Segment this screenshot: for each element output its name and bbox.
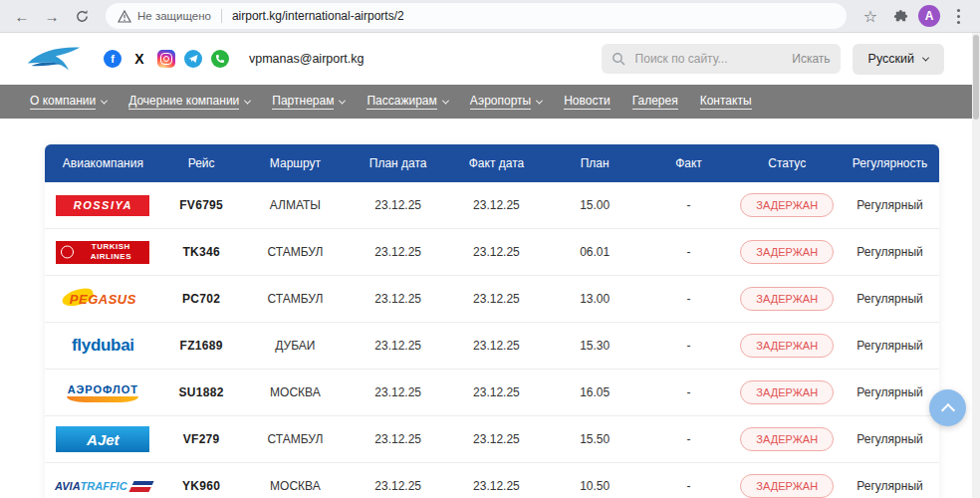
- facebook-icon[interactable]: f: [104, 50, 122, 68]
- cell-status: ЗАДЕРЖАН: [733, 427, 841, 451]
- cell-status: ЗАДЕРЖАН: [733, 474, 841, 498]
- whatsapp-icon[interactable]: [211, 50, 229, 68]
- cell-route: СТАМБУЛ: [242, 245, 350, 259]
- airline-logo-ajet: AJet: [56, 426, 149, 452]
- cell-plan-time: 16.05: [546, 385, 644, 399]
- search-box: Искать: [602, 44, 841, 74]
- extensions-icon[interactable]: [888, 4, 912, 28]
- cell-flight-number: YK960: [161, 479, 242, 493]
- scrollbar-thumb[interactable]: [973, 35, 979, 120]
- cell-plan-time: 15.30: [546, 339, 644, 353]
- nav-item-2[interactable]: Дочерние компании: [128, 94, 250, 110]
- airline-logo-aviatraffic: AVIATRAFFICcompany: [55, 474, 151, 498]
- social-links: f X: [104, 50, 229, 68]
- chevron-down-icon: [922, 54, 929, 61]
- nav-item-3[interactable]: Партнерам: [272, 94, 345, 110]
- profile-avatar[interactable]: A: [918, 5, 940, 27]
- cell-regularity: Регулярный: [841, 292, 939, 306]
- cell-fact-date: 23.12.25: [447, 245, 546, 259]
- cell-route: АЛМАТЫ: [242, 198, 350, 212]
- nav-item-label: Новости: [564, 94, 610, 110]
- airline-logo-turkish: TURKISHAIRLINES: [56, 241, 149, 264]
- scroll-to-top-button[interactable]: [929, 389, 966, 426]
- cell-plan-date: 23.12.25: [349, 479, 447, 493]
- language-selector[interactable]: Русский: [853, 44, 944, 75]
- search-submit-button[interactable]: Искать: [792, 52, 830, 66]
- cell-airline: AVIATRAFFICcompany: [45, 474, 161, 498]
- nav-item-1[interactable]: О компании: [30, 94, 107, 110]
- cell-regularity: Регулярный: [841, 198, 939, 212]
- column-header: Регулярность: [841, 156, 939, 170]
- cell-route: МОСКВА: [242, 479, 350, 493]
- cell-fact-date: 23.12.25: [447, 198, 546, 212]
- nav-item-8[interactable]: Контакты: [700, 94, 752, 110]
- column-header: Рейс: [161, 156, 242, 170]
- nav-item-label: Партнерам: [272, 94, 334, 110]
- url-bar[interactable]: Не защищено airport.kg/international-air…: [106, 3, 847, 29]
- x-twitter-icon[interactable]: X: [130, 50, 148, 68]
- table-row: AVIATRAFFICcompanyYK960МОСКВА23.12.2523.…: [45, 463, 939, 498]
- airline-logo-flydubai: flydubai: [72, 336, 134, 356]
- cell-regularity: Регулярный: [841, 479, 939, 493]
- nav-item-label: Пассажирам: [367, 94, 436, 110]
- column-header: План дата: [349, 156, 447, 170]
- instagram-icon[interactable]: [157, 50, 175, 68]
- cell-route: СТАМБУЛ: [242, 292, 350, 306]
- cell-airline: AJet: [45, 426, 161, 452]
- table-row: flydubaiFZ1689ДУБАИ23.12.2523.12.2515.30…: [45, 323, 939, 370]
- nav-item-label: Контакты: [700, 94, 752, 110]
- status-badge: ЗАДЕРЖАН: [740, 427, 834, 451]
- nav-item-5[interactable]: Аэропорты: [470, 94, 542, 110]
- cell-airline: ROSSIYA: [45, 195, 161, 216]
- cell-fact-time: -: [644, 292, 734, 306]
- cell-fact-date: 23.12.25: [447, 479, 546, 493]
- column-header: Маршрут: [242, 156, 350, 170]
- chevron-down-icon: [101, 97, 108, 104]
- bookmark-star-icon[interactable]: ☆: [858, 4, 882, 28]
- cell-regularity: Регулярный: [841, 339, 939, 353]
- status-badge: ЗАДЕРЖАН: [740, 380, 834, 404]
- reload-button[interactable]: [70, 4, 94, 28]
- cell-route: СТАМБУЛ: [242, 432, 350, 446]
- browser-toolbar: ← → Не защищено airport.kg/international…: [0, 0, 980, 33]
- omnibox-divider: [221, 9, 222, 23]
- cell-plan-date: 23.12.25: [349, 292, 447, 306]
- cell-plan-date: 23.12.25: [349, 339, 447, 353]
- status-badge: ЗАДЕРЖАН: [740, 193, 834, 217]
- cell-flight-number: SU1882: [161, 385, 242, 399]
- contact-email[interactable]: vpmanas@airport.kg: [249, 52, 365, 66]
- table-header-row: АвиакомпанияРейсМаршрутПлан датаФакт дат…: [45, 144, 939, 182]
- nav-item-4[interactable]: Пассажирам: [367, 94, 447, 110]
- forward-button[interactable]: →: [40, 4, 64, 28]
- nav-item-7[interactable]: Галерея: [632, 94, 678, 110]
- cell-plan-date: 23.12.25: [349, 385, 447, 399]
- airport-logo[interactable]: [26, 44, 82, 74]
- status-badge: ЗАДЕРЖАН: [740, 240, 834, 264]
- cell-fact-time: -: [644, 198, 734, 212]
- chevron-down-icon: [536, 97, 543, 104]
- cell-airline: flydubai: [45, 336, 161, 356]
- cell-status: ЗАДЕРЖАН: [733, 334, 841, 358]
- back-button[interactable]: ←: [10, 4, 34, 28]
- cell-plan-date: 23.12.25: [349, 198, 447, 212]
- security-warning-icon: [118, 10, 131, 23]
- table-row: AJetVF279СТАМБУЛ23.12.2523.12.2515.50-ЗА…: [45, 416, 939, 463]
- column-header: Авиакомпания: [45, 156, 161, 170]
- security-warning-label: Не защищено: [137, 10, 211, 22]
- cell-route: ДУБАИ: [242, 339, 350, 353]
- url-text: airport.kg/international-airports/2: [232, 9, 404, 23]
- cell-airline: TURKISHAIRLINES: [45, 241, 161, 264]
- table-row: PEGASUSPC702СТАМБУЛ23.12.2523.12.2513.00…: [45, 276, 939, 323]
- nav-item-label: Дочерние компании: [128, 94, 239, 110]
- page-scrollbar[interactable]: [972, 33, 980, 498]
- cell-fact-time: -: [644, 479, 734, 493]
- column-header: Факт: [644, 156, 734, 170]
- browser-menu-kebab-icon[interactable]: [946, 4, 970, 28]
- search-input[interactable]: [633, 51, 785, 67]
- nav-item-6[interactable]: Новости: [564, 94, 610, 110]
- telegram-icon[interactable]: [184, 50, 202, 68]
- cell-status: ЗАДЕРЖАН: [733, 193, 841, 217]
- cell-status: ЗАДЕРЖАН: [733, 240, 841, 264]
- airline-logo-rossiya: ROSSIYA: [56, 195, 149, 216]
- cell-flight-number: FV6795: [161, 198, 242, 212]
